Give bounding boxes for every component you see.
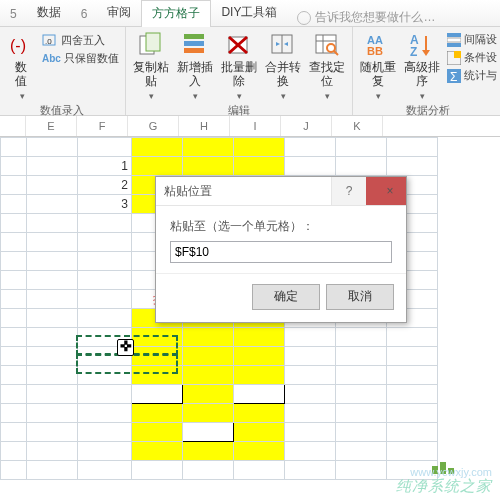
svg-rect-4 — [146, 33, 160, 51]
brackets-icon: (-) — [7, 31, 35, 59]
svg-marker-25 — [422, 50, 430, 56]
ribbon: (-) 数 值 ▾ .0 四舍五入 Abc 只保留数值 x 数值录入 — [0, 27, 500, 116]
find-locate-button[interactable]: 查找定 位▾ — [308, 29, 346, 101]
cell[interactable]: 1 — [78, 157, 132, 176]
ribbon-tabs: 5 数据 6 审阅 方方格子 DIY工具箱 告诉我您想要做什么… — [0, 0, 500, 27]
rounding-button[interactable]: .0 四舍五入 — [42, 32, 119, 48]
insert-rows-icon — [181, 31, 209, 59]
tab-number-6: 6 — [71, 3, 98, 26]
advanced-sort-label: 高级排 序 — [404, 61, 440, 89]
svg-text:Z: Z — [410, 45, 417, 58]
cell-cursor-icon: ✜ — [117, 339, 134, 356]
tab-diy-toolbox[interactable]: DIY工具箱 — [211, 0, 287, 26]
svg-marker-13 — [276, 42, 280, 46]
dropdown-icon: ▾ — [420, 91, 425, 101]
paste-location-dialog: 粘贴位置 ? × 粘贴至（选一个单元格）： 确定 取消 — [155, 176, 407, 323]
col-head-i[interactable]: I — [230, 116, 281, 136]
dropdown-icon: ▾ — [281, 91, 286, 101]
svg-rect-6 — [184, 41, 204, 46]
merge-convert-label: 合并转 换 — [265, 61, 301, 89]
tab-data[interactable]: 数据 — [27, 0, 71, 26]
merge-icon — [269, 31, 297, 59]
col-head-j[interactable]: J — [281, 116, 332, 136]
col-head-h[interactable]: H — [179, 116, 230, 136]
svg-rect-7 — [184, 48, 204, 53]
svg-text:Σ: Σ — [450, 70, 457, 83]
col-head[interactable] — [0, 116, 26, 136]
bulb-icon — [297, 11, 311, 25]
cell[interactable]: 2 — [78, 176, 132, 195]
keep-values-label: 只保留数值 — [64, 51, 119, 66]
interval-button[interactable]: 间隔设 — [447, 32, 497, 47]
statistics-button[interactable]: Σ统计与 — [447, 68, 497, 83]
group-value-entry: (-) 数 值 ▾ .0 四舍五入 Abc 只保留数值 x 数值录入 — [0, 27, 126, 115]
dropdown-icon: ▾ — [149, 91, 154, 101]
watermark-text: 纯净系统之家 — [396, 477, 492, 496]
group-edit: 复制粘 贴▾ 新增插 入▾ 批量删 除▾ 合并转 换▾ 查找定 位▾ 编辑 — [126, 27, 353, 115]
svg-rect-30 — [454, 51, 461, 58]
copy-paste-label: 复制粘 贴 — [133, 61, 169, 89]
tab-number-5: 5 — [0, 3, 27, 26]
svg-text:BB: BB — [367, 45, 383, 57]
dialog-help-button[interactable]: ? — [331, 177, 366, 205]
svg-rect-28 — [447, 43, 461, 47]
advanced-sort-button[interactable]: AZ 高级排 序▾ — [403, 29, 441, 101]
find-icon — [313, 31, 341, 59]
col-head-e[interactable]: E — [26, 116, 77, 136]
dialog-close-button[interactable]: × — [366, 177, 406, 205]
batch-delete-button[interactable]: 批量删 除▾ — [220, 29, 258, 101]
decimal-icon: .0 — [42, 32, 58, 48]
grid-icon — [447, 51, 461, 65]
dialog-field-label: 粘贴至（选一个单元格）： — [170, 218, 392, 235]
svg-text:.0: .0 — [45, 37, 52, 46]
svg-rect-27 — [447, 38, 461, 42]
tell-me-label: 告诉我您想要做什么… — [315, 9, 435, 26]
batch-insert-button[interactable]: 新增插 入▾ — [176, 29, 214, 101]
statistics-label: 统计与 — [464, 68, 497, 83]
column-headers: E F G H I J K — [0, 116, 500, 137]
numeric-value-label: 数 值 — [15, 61, 27, 89]
dropdown-icon: ▾ — [325, 91, 330, 101]
conditional-label: 条件设 — [464, 50, 497, 65]
svg-text:(-): (-) — [10, 37, 26, 54]
dialog-title: 粘贴位置 — [156, 183, 331, 200]
batch-delete-label: 批量删 除 — [221, 61, 257, 89]
random-repeat-button[interactable]: AABB 随机重 复▾ — [359, 29, 397, 101]
sum-icon: Σ — [447, 69, 461, 83]
col-head-g[interactable]: G — [128, 116, 179, 136]
close-icon: × — [378, 184, 393, 198]
dropdown-icon: ▾ — [237, 91, 242, 101]
ok-button[interactable]: 确定 — [252, 284, 320, 310]
numeric-value-button[interactable]: (-) 数 值 ▾ — [6, 29, 36, 101]
keep-values-button[interactable]: Abc 只保留数值 — [42, 51, 119, 66]
dropdown-icon: ▾ — [376, 91, 381, 101]
worksheet[interactable]: E F G H I J K 1 2 3 把上边区域复制到下边 — [0, 116, 500, 500]
abc-icon: Abc — [42, 53, 61, 64]
col-head-k[interactable]: K — [332, 116, 383, 136]
dropdown-icon: ▾ — [20, 91, 25, 101]
tab-review[interactable]: 审阅 — [97, 0, 141, 26]
tell-me-search[interactable]: 告诉我您想要做什么… — [297, 9, 435, 26]
random-repeat-label: 随机重 复 — [360, 61, 396, 89]
group-data-analysis: AABB 随机重 复▾ AZ 高级排 序▾ 间隔设 条件设 Σ统计与 数据分析 — [353, 27, 500, 115]
cell-reference-input[interactable] — [170, 241, 392, 263]
merge-convert-button[interactable]: 合并转 换▾ — [264, 29, 302, 101]
delete-icon — [225, 31, 253, 59]
dropdown-icon: ▾ — [193, 91, 198, 101]
interval-label: 间隔设 — [464, 32, 497, 47]
stripes-icon — [447, 33, 461, 47]
col-head-f[interactable]: F — [77, 116, 128, 136]
svg-line-19 — [334, 51, 338, 55]
svg-rect-5 — [184, 34, 204, 39]
cell[interactable]: 3 — [78, 195, 132, 214]
sort-icon: AZ — [408, 31, 436, 59]
random-icon: AABB — [364, 31, 392, 59]
svg-rect-26 — [447, 33, 461, 37]
batch-insert-label: 新增插 入 — [177, 61, 213, 89]
copy-paste-button[interactable]: 复制粘 贴▾ — [132, 29, 170, 101]
svg-marker-14 — [284, 42, 288, 46]
conditional-button[interactable]: 条件设 — [447, 50, 497, 65]
cancel-button[interactable]: 取消 — [326, 284, 394, 310]
tab-fanggezi[interactable]: 方方格子 — [141, 0, 211, 27]
find-locate-label: 查找定 位 — [309, 61, 345, 89]
